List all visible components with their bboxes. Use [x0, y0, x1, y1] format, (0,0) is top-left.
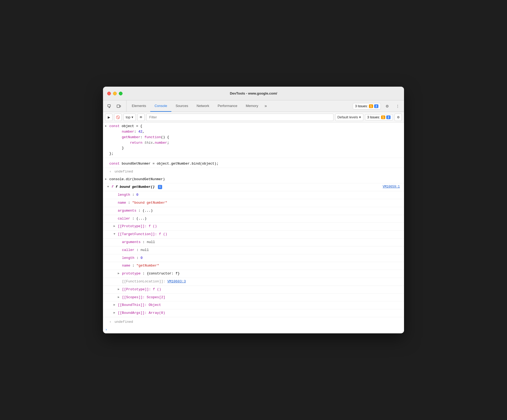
tab-console[interactable]: Console [150, 100, 171, 112]
collapse-target-icon[interactable] [114, 232, 115, 237]
tab-sources[interactable]: Sources [171, 100, 193, 112]
console-entry-3: console.dir(boundGetNunmer) [103, 176, 404, 184]
expand-bound-this-icon[interactable] [114, 303, 115, 307]
prop-target-fn: [[TargetFunction]]: f () [103, 231, 404, 239]
context-selector[interactable]: top ▾ [123, 114, 136, 121]
svg-rect-3 [117, 105, 120, 108]
tf-length: length : 0 [103, 254, 404, 262]
filter-input[interactable] [146, 114, 334, 121]
tf-caller: caller : null [103, 246, 404, 254]
devtools-tools [105, 100, 126, 112]
default-levels-dropdown[interactable]: Default levels ▾ [335, 114, 363, 121]
toolbar-warn-badge: 1 [381, 115, 385, 119]
svg-rect-0 [108, 105, 110, 107]
maximize-button[interactable] [119, 92, 123, 95]
issues-badge[interactable]: 3 Issues: 1 2 [353, 103, 381, 109]
tf-proto-nested: [[Prototype]]: f () [103, 286, 404, 294]
inspect-element-button[interactable] [105, 102, 114, 110]
undefined-2: ‹ undefined [103, 318, 404, 326]
traffic-lights [107, 92, 123, 95]
warn-badge: 1 [369, 104, 373, 108]
tf-name: name : "getNumber" [103, 262, 404, 270]
tab-elements[interactable]: Elements [128, 100, 150, 112]
tabbar-actions: 3 Issues: 1 2 ⚙ ⋮ [353, 100, 402, 112]
svg-rect-4 [120, 105, 121, 107]
eye-button[interactable]: 👁 [137, 114, 145, 121]
expand-icon-1[interactable] [105, 124, 107, 129]
expand-proto-icon[interactable] [114, 224, 115, 229]
clear-console-button[interactable]: ▶ [105, 114, 112, 121]
toolbar-info-badge: 2 [386, 115, 391, 119]
console-entry-2: const boundGetNunmer = object.getNumber.… [103, 158, 404, 168]
tf-prototype: prototype : {constructor: f} [103, 270, 404, 278]
tab-network[interactable]: Network [193, 100, 214, 112]
bound-args: [[BoundArgs]]: Array(0) [103, 309, 404, 317]
vm-link-1[interactable]: VM10659:1 [383, 184, 400, 189]
prop-name: name : "bound getNumber" [103, 199, 404, 207]
stop-button[interactable]: 🚫 [114, 114, 122, 121]
info-icon: i [158, 185, 162, 189]
console-toolbar: ▶ 🚫 top ▾ 👁 Default levels ▾ 3 Issues: 1… [103, 112, 404, 123]
expand-tf-proto-icon[interactable] [118, 271, 120, 276]
undefined-1: ‹ undefined [103, 168, 404, 176]
device-toolbar-button[interactable] [115, 102, 123, 110]
devtools-window: DevTools - www.google.com/ Elements [103, 87, 404, 333]
prop-arguments: arguments : (...) [103, 207, 404, 215]
titlebar: DevTools - www.google.com/ [103, 87, 404, 100]
minimize-button[interactable] [113, 92, 117, 95]
settings-button[interactable]: ⚙ [383, 102, 391, 110]
expand-bound-args-icon[interactable] [114, 311, 115, 315]
expand-icon-3[interactable] [105, 177, 107, 182]
console-entry-1: const object = { number: 42, getNumber: … [103, 123, 404, 158]
expand-tf-proto2-icon[interactable] [118, 287, 120, 292]
tab-more[interactable]: » [262, 100, 269, 112]
tabbar: Elements Console Sources Network Perform… [103, 100, 404, 112]
bound-this: [[BoundThis]]: Object [103, 301, 404, 309]
toolbar-issues[interactable]: 3 Issues: 1 2 [365, 114, 393, 120]
console-output: const object = { number: 42, getNumber: … [103, 123, 404, 333]
prop-length: length : 0 [103, 191, 404, 199]
console-settings-button[interactable]: ⚙ [395, 114, 402, 121]
console-prompt[interactable]: › [103, 326, 404, 333]
tf-scopes: [[Scopes]]: Scopes[2] [103, 294, 404, 302]
tab-performance[interactable]: Performance [213, 100, 241, 112]
bound-fn-header: f f bound getNumber() i VM10659:1 [103, 183, 404, 191]
fn-location: [[FunctionLocation]]: VM10603:3 [103, 278, 404, 286]
prop-prototype: [[Prototype]]: f () [103, 223, 404, 231]
fn-location-link[interactable]: VM10603:3 [167, 279, 186, 283]
more-options-button[interactable]: ⋮ [393, 102, 402, 110]
expand-scopes-icon[interactable] [118, 295, 120, 300]
collapse-fn-icon[interactable] [107, 185, 109, 189]
close-button[interactable] [107, 92, 111, 95]
tf-arguments: arguments : null [103, 239, 404, 246]
tab-memory[interactable]: Memory [242, 100, 262, 112]
prop-caller: caller : (...) [103, 215, 404, 223]
window-title: DevTools - www.google.com/ [230, 91, 277, 95]
info-badge: 2 [374, 104, 378, 108]
